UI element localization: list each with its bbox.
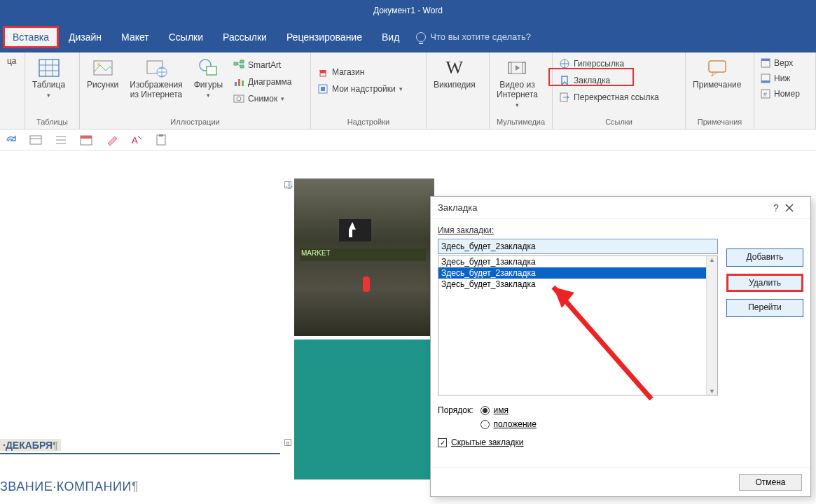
smartart-button[interactable]: SmartArt [231,58,293,72]
chart-label: Диаграмма [248,77,291,87]
store-button[interactable]: Магазин [315,65,405,79]
chart-button[interactable]: Диаграмма [231,75,293,89]
list-item[interactable]: Здесь_будет_3закладка [438,279,717,290]
svg-rect-18 [242,80,244,86]
close-button[interactable] [785,204,803,212]
page-number-button[interactable]: #Номер [759,88,802,100]
video-label: Видео из Интернета [497,80,538,100]
add-button[interactable]: Добавить [726,248,803,267]
company-text[interactable]: ЗВАНИЕ·КОМПАНИИ¶ [0,479,139,494]
tab-mailings[interactable]: Рассылки [213,26,277,48]
svg-rect-16 [235,82,237,86]
table-button[interactable]: Таблица [29,55,68,100]
online-pictures-button[interactable]: Изображения из Интернета [127,55,185,102]
table-icon [38,57,60,79]
footer-label: Ниж [774,74,790,83]
media-group-label: Мультимедиа [494,118,548,127]
header-button[interactable]: Верх [759,57,802,69]
wikipedia-button[interactable]: W Википедия [431,55,478,92]
eraser-icon[interactable] [105,134,118,146]
format-mark: ¤ [284,439,291,446]
pictures-icon [92,57,114,79]
svg-line-14 [237,62,240,64]
teal-shape[interactable] [294,340,434,479]
list-icon[interactable] [55,134,67,146]
bookmark-name-input[interactable] [438,239,718,254]
svg-line-47 [138,136,141,139]
tab-review[interactable]: Рецензирование [277,26,372,48]
group-header-footer: Верх Ниж #Номер [754,52,816,129]
svg-rect-38 [30,136,41,144]
embedded-photo[interactable]: MARKET [294,178,434,336]
screenshot-button[interactable]: Снимок [231,92,293,106]
svg-rect-31 [709,61,726,72]
hidden-label: Скрытые закладки [451,438,524,447]
wikipedia-icon: W [443,57,466,79]
svg-text:A: A [132,135,138,146]
shapes-icon [197,57,219,79]
order-by-position-radio[interactable]: положение [480,419,537,429]
bookmark-list[interactable]: Здесь_будет_1закладка Здесь_будет_2закла… [438,255,718,396]
paste-icon[interactable] [155,134,168,146]
ribbon-tabstrip: Вставка Дизайн Макет Ссылки Рассылки Рец… [0,21,816,52]
tab-view[interactable]: Вид [372,26,409,48]
my-addins-label: Мои надстройки [332,84,396,94]
list-item[interactable]: Здесь_будет_2закладка [438,267,717,279]
dialog-title: Закладка [438,202,478,213]
svg-rect-25 [509,62,511,74]
online-video-button[interactable]: Видео из Интернета [494,55,541,110]
list-item[interactable]: Здесь_будет_1закладка [438,256,717,267]
bookmark-dialog: Закладка ? Имя закладки: Здесь_будет_1за… [430,196,811,497]
online-pictures-label: Изображения из Интернета [130,80,182,100]
tab-references[interactable]: Ссылки [159,26,213,48]
dialog-titlebar[interactable]: Закладка ? [431,197,810,219]
date-text[interactable]: ·ДЕКАБРЯ¶ [0,439,61,451]
clear-format-icon[interactable]: A [130,134,143,146]
page-number-icon: # [761,89,770,99]
group-addins: Магазин Мои надстройки Надстройки [311,52,427,129]
footer-button[interactable]: Ниж [759,72,802,85]
comment-button[interactable]: Примечание [690,55,744,92]
hyperlink-button[interactable]: Гиперссылка [557,57,661,71]
comment-label: Примечание [693,80,741,90]
order-by-name-radio[interactable]: имя [480,405,537,415]
traffic-light-icon [363,276,370,292]
quick-access-toolbar: A [0,130,816,150]
svg-rect-17 [238,79,240,86]
shapes-button[interactable]: Фигуры [191,55,226,100]
hidden-bookmarks-checkbox[interactable]: ✓ Скрытые закладки [438,438,803,447]
bookmark-icon [559,75,570,86]
redo-icon[interactable] [4,134,17,146]
svg-line-15 [237,64,240,66]
page-number-label: Номер [774,89,800,99]
svg-marker-29 [562,76,567,85]
help-button[interactable]: ? [767,202,785,214]
lightbulb-icon [416,32,426,42]
tab-insert[interactable]: Вставка [3,26,59,48]
tab-layout[interactable]: Макет [111,26,159,48]
pictures-button[interactable]: Рисунки [84,55,121,92]
tab-design[interactable]: Дизайн [59,26,111,48]
scrollbar[interactable]: ▲ ▼ [706,256,717,395]
cancel-button[interactable]: Отмена [739,474,802,491]
scroll-up-icon[interactable]: ▲ [707,256,717,263]
goto-button[interactable]: Перейти [726,299,803,317]
horizontal-rule [0,453,280,454]
crossref-label: Перекрестная ссылка [574,92,659,102]
svg-rect-21 [320,73,326,76]
smartart-icon [233,59,244,71]
tell-me-search[interactable]: Что вы хотите сделать? [416,31,531,42]
wikipedia-label: Википедия [434,80,476,90]
hyperlink-label: Гиперссылка [574,59,624,69]
bookmark-button[interactable]: Закладка [557,74,661,88]
bookmark-label: Закладка [574,76,610,85]
svg-rect-13 [240,65,244,68]
svg-rect-35 [761,80,770,83]
calendar-icon[interactable] [80,134,92,146]
my-addins-button[interactable]: Мои надстройки [315,82,405,96]
scroll-down-icon[interactable]: ▼ [707,388,717,395]
tell-me-placeholder: Что вы хотите сделать? [430,31,531,42]
delete-button[interactable]: Удалить [726,274,803,292]
crossref-button[interactable]: Перекрестная ссылка [557,90,661,104]
form-icon[interactable] [29,134,42,146]
